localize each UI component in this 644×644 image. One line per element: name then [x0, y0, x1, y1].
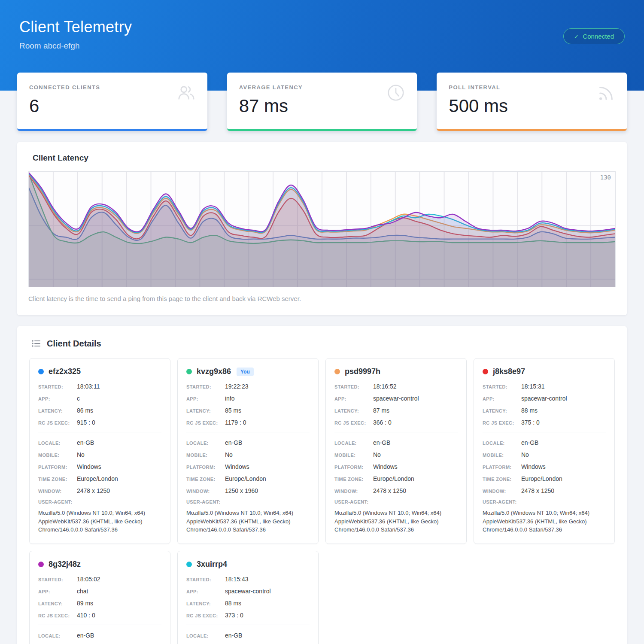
- client-detail-rows: STARTED:18:03:11APP:cLATENCY:86 msRC JS …: [38, 383, 161, 534]
- detail-row-app: APP:spacewar-control: [483, 395, 606, 402]
- rss-icon: [596, 83, 616, 104]
- detail-row-app: APP:c: [38, 395, 161, 402]
- client-card-kvzg9x86: kvzg9x86 You STARTED:19:22:23APP:infoLAT…: [177, 358, 319, 544]
- clock-icon: [386, 83, 406, 104]
- detail-row-rc-js-exec: RC JS EXEC:1179 : 0: [186, 419, 310, 426]
- y-max-label: 130: [600, 174, 611, 181]
- detail-value: Windows: [225, 463, 249, 470]
- detail-row-time-zone: TIME ZONE:Europe/London: [38, 475, 161, 482]
- detail-value: 18:15:43: [225, 576, 249, 583]
- detail-row-started: STARTED:19:22:23: [186, 383, 310, 390]
- detail-row-started: STARTED:18:05:02: [38, 576, 161, 583]
- detail-value: 1179 : 0: [225, 419, 246, 426]
- client-card-header: 8g32j48z: [38, 560, 161, 569]
- detail-value: 88 ms: [225, 600, 241, 607]
- detail-value: en-GB: [521, 439, 538, 446]
- detail-value: c: [77, 395, 80, 402]
- detail-label: STARTED:: [334, 384, 373, 389]
- detail-label: STARTED:: [38, 384, 77, 389]
- stat-label: CONNECTED CLIENTS: [29, 84, 195, 91]
- detail-label: LATENCY:: [186, 408, 225, 413]
- client-detail-rows: STARTED:18:16:52APP:spacewar-controlLATE…: [334, 383, 458, 534]
- detail-row-rc-js-exec: RC JS EXEC:410 : 0: [38, 612, 161, 619]
- detail-label: TIME ZONE:: [186, 477, 225, 482]
- detail-label: APP:: [186, 589, 225, 594]
- detail-value: No: [77, 451, 85, 458]
- detail-value: en-GB: [225, 439, 242, 446]
- detail-value: spacewar-control: [521, 395, 567, 402]
- stat-label: AVERAGE LATENCY: [239, 84, 405, 91]
- detail-value: 87 ms: [373, 407, 389, 414]
- detail-label: WINDOW:: [334, 489, 373, 494]
- client-card-header: psd9997h: [334, 367, 458, 376]
- detail-row-mobile: MOBILE:No: [38, 451, 161, 458]
- detail-value: 410 : 0: [77, 612, 95, 619]
- client-detail-rows: STARTED:18:05:02APP:chatLATENCY:89 msRC …: [38, 576, 161, 644]
- detail-label: TIME ZONE:: [483, 477, 521, 482]
- detail-label: RC JS EXEC:: [38, 613, 77, 618]
- detail-label: LOCALE:: [334, 440, 373, 446]
- detail-value: Windows: [373, 463, 398, 470]
- detail-value: 86 ms: [77, 407, 93, 414]
- client-card-header: j8ks8e97: [483, 367, 606, 376]
- stat-card: CONNECTED CLIENTS 6: [17, 73, 207, 131]
- latency-chart-panel: Client Latency 130 Client latency is the…: [17, 142, 627, 315]
- detail-label: TIME ZONE:: [38, 477, 77, 482]
- detail-row-rc-js-exec: RC JS EXEC:373 : 0: [186, 612, 310, 619]
- detail-value: No: [373, 451, 381, 458]
- detail-value: Windows: [521, 463, 546, 470]
- detail-row-locale: LOCALE:en-GB: [38, 632, 161, 639]
- detail-label: LOCALE:: [38, 440, 77, 446]
- detail-label: WINDOW:: [483, 489, 521, 494]
- detail-row-time-zone: TIME ZONE:Europe/London: [483, 475, 606, 482]
- user-agent-label: USER-AGENT:: [483, 499, 606, 504]
- detail-value: Europe/London: [77, 475, 118, 482]
- detail-label: LOCALE:: [483, 440, 521, 446]
- detail-label: LATENCY:: [334, 408, 373, 413]
- detail-row-time-zone: TIME ZONE:Europe/London: [334, 475, 458, 482]
- client-card-psd9997h: psd9997h STARTED:18:16:52APP:spacewar-co…: [325, 358, 467, 544]
- you-badge: You: [237, 368, 254, 376]
- detail-label: APP:: [483, 396, 521, 401]
- detail-label: STARTED:: [186, 577, 225, 582]
- detail-row-latency: LATENCY:87 ms: [334, 407, 458, 414]
- user-agent-value: Mozilla/5.0 (Windows NT 10.0; Win64; x64…: [186, 509, 310, 534]
- detail-value: 375 : 0: [521, 419, 540, 426]
- detail-label: STARTED:: [38, 577, 77, 582]
- card-divider: [186, 432, 310, 432]
- detail-label: LOCALE:: [186, 440, 225, 446]
- detail-value: info: [225, 395, 235, 402]
- detail-label: RC JS EXEC:: [186, 613, 225, 618]
- detail-row-locale: LOCALE:en-GB: [38, 439, 161, 446]
- client-name: 3xuirrp4: [197, 560, 227, 569]
- status-label: Connected: [583, 33, 614, 40]
- card-divider: [334, 432, 458, 432]
- user-agent-label: USER-AGENT:: [334, 499, 458, 504]
- detail-row-mobile: MOBILE:No: [483, 451, 606, 458]
- detail-value: en-GB: [373, 439, 390, 446]
- detail-row-platform: PLATFORM:Windows: [334, 463, 458, 470]
- detail-label: LATENCY:: [38, 601, 77, 606]
- stats-row: CONNECTED CLIENTS 6 AVERAGE LATENCY 87 m…: [17, 73, 627, 131]
- connection-status-badge: ✓ Connected: [563, 28, 625, 44]
- client-details-header: Client Details: [31, 338, 615, 349]
- detail-value: 18:16:52: [373, 383, 397, 390]
- user-agent-value: Mozilla/5.0 (Windows NT 10.0; Win64; x64…: [38, 509, 161, 534]
- stat-label: POLL INTERVAL: [449, 84, 615, 91]
- client-color-dot: [38, 369, 44, 374]
- client-name: psd9997h: [345, 367, 380, 376]
- detail-row-locale: LOCALE:en-GB: [186, 632, 310, 639]
- detail-value: 18:15:31: [521, 383, 545, 390]
- detail-row-platform: PLATFORM:Windows: [38, 463, 161, 470]
- detail-value: No: [521, 451, 529, 458]
- detail-label: LATENCY:: [186, 601, 225, 606]
- detail-row-time-zone: TIME ZONE:Europe/London: [186, 475, 310, 482]
- detail-row-app: APP:spacewar-control: [334, 395, 458, 402]
- detail-label: APP:: [38, 396, 77, 401]
- detail-label: RC JS EXEC:: [38, 420, 77, 425]
- detail-label: WINDOW:: [38, 489, 77, 494]
- detail-row-window: WINDOW:2478 x 1250: [334, 487, 458, 494]
- client-color-dot: [186, 369, 192, 374]
- client-color-dot: [334, 369, 340, 374]
- card-divider: [38, 625, 161, 625]
